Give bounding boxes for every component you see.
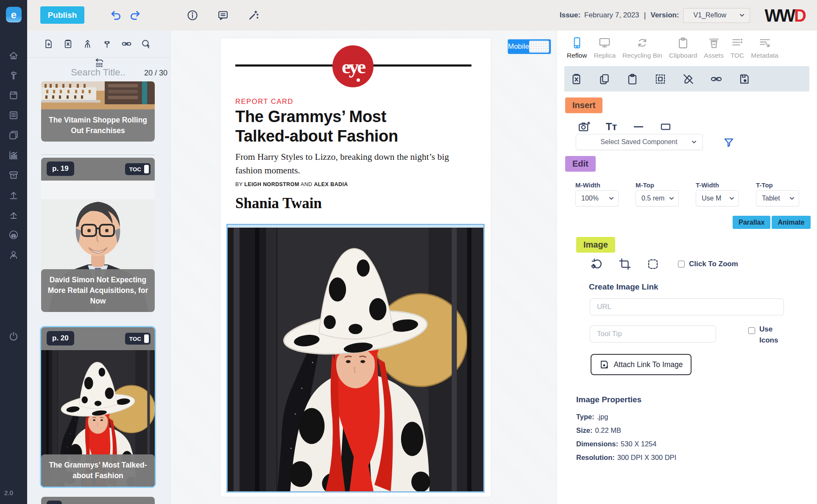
tab-clipboard[interactable]: Clipboard — [669, 36, 697, 59]
tab-toc[interactable]: TOC — [731, 36, 744, 59]
search-input[interactable] — [61, 66, 135, 79]
split-icon[interactable] — [102, 39, 112, 49]
editor-canvas: Mobile eye REPORT CARD The Grammys’ Most… — [170, 31, 556, 504]
link-icon[interactable] — [710, 73, 722, 85]
redo-icon[interactable] — [129, 9, 141, 21]
article-section-heading[interactable]: Shania Twain — [235, 195, 322, 212]
t-top-select[interactable]: Tablet — [756, 190, 799, 206]
page-counter: 20 / 30 — [144, 69, 167, 78]
thumbnail-card-p19[interactable]: p. 19 TOC — [41, 158, 155, 312]
tab-metadata[interactable]: Metadata — [751, 36, 778, 59]
thumbnail-card-partial[interactable] — [41, 497, 155, 504]
list-icon — [731, 36, 744, 49]
article-dek[interactable]: From Harry Styles to Lizzo, breaking dow… — [235, 150, 468, 178]
chevron-down-icon — [739, 12, 745, 19]
animate-button[interactable]: Animate — [772, 216, 810, 229]
save-icon[interactable] — [738, 73, 750, 85]
journal-icon[interactable] — [8, 90, 19, 101]
undo-icon[interactable] — [110, 9, 122, 21]
magic-wand-icon[interactable] — [248, 9, 259, 21]
chevron-down-icon — [608, 195, 615, 202]
home-icon[interactable] — [8, 50, 19, 61]
upload-icon[interactable] — [8, 189, 19, 200]
rotate-icon[interactable] — [591, 258, 603, 270]
news-icon[interactable] — [8, 110, 19, 121]
version-label: Version: — [651, 11, 679, 19]
thumbnail-card-vitamin-shoppe[interactable]: The Vitamin Shoppe Rolling Out Franchise… — [41, 81, 155, 142]
t-top-label: T-Top — [756, 181, 773, 189]
clear-format-icon[interactable] — [682, 73, 694, 85]
chevron-down-icon — [728, 195, 735, 202]
issue-value: February 7, 2023 — [584, 11, 639, 19]
panel-tabs: Reflow Replica Recycling Bin Clipboard A… — [567, 36, 778, 59]
filter-icon[interactable] — [723, 136, 735, 148]
tab-recycling-bin[interactable]: Recycling Bin — [622, 36, 662, 59]
thumb-divider — [41, 154, 155, 155]
tab-replica[interactable]: Replica — [594, 36, 616, 59]
link-pages-icon[interactable] — [121, 39, 132, 49]
property-dimensions: Dimensions:530 X 1254 — [576, 440, 656, 448]
analytics-icon[interactable] — [8, 150, 19, 161]
app-logo[interactable]: e — [6, 7, 22, 22]
attach-link-button[interactable]: Attach Link To Image — [591, 354, 692, 375]
use-icons-checkbox[interactable] — [748, 327, 755, 334]
tools-icon[interactable] — [8, 70, 19, 81]
insert-section-badge: Insert — [565, 97, 602, 113]
page-number-badge — [47, 501, 62, 504]
chevron-down-icon — [668, 195, 675, 202]
add-page-icon[interactable] — [43, 39, 54, 49]
article-title[interactable]: The Grammys’ Most Talked-about Fashion — [235, 107, 443, 146]
wwd-logo: WWD — [765, 5, 805, 26]
tab-reflow[interactable]: Reflow — [567, 36, 587, 59]
byline-author-2: ALEX BADIA — [314, 181, 348, 187]
info-icon[interactable] — [187, 9, 198, 21]
delete-icon[interactable] — [570, 73, 583, 85]
add-text-icon[interactable]: Tᴛ — [604, 120, 619, 133]
toc-toggle[interactable]: TOC — [125, 163, 151, 175]
tooltip-input[interactable] — [590, 326, 716, 342]
app-version: 2.0 — [4, 489, 13, 496]
delete-page-icon[interactable] — [63, 39, 73, 49]
power-icon[interactable] — [8, 331, 19, 342]
version-select[interactable]: V1_Reflow — [683, 8, 750, 23]
publish-up-icon[interactable] — [8, 209, 19, 220]
add-box-icon[interactable] — [658, 120, 673, 133]
archive-icon[interactable] — [8, 170, 19, 181]
merge-icon[interactable] — [82, 39, 93, 49]
lasso-select-icon[interactable] — [647, 258, 659, 270]
url-input[interactable] — [590, 298, 784, 315]
property-type: Type:.jpg — [576, 413, 608, 421]
selection-handle-strip[interactable] — [228, 225, 483, 228]
pages-panel: 20 / 30 The Vitamin Shoppe Rolling Out F… — [27, 31, 170, 504]
inspect-icon[interactable] — [141, 39, 151, 49]
use-icons-label: Use Icons — [759, 324, 785, 346]
thumbnail-title: The Vitamin Shoppe Rolling Out Franchise… — [41, 109, 155, 142]
property-size: Size:0.22 MB — [576, 426, 621, 434]
thumbnail-card-p20-selected[interactable]: p. 20 TOC The Grammys’ Most Talked-about… — [41, 327, 155, 487]
add-image-icon[interactable] — [577, 120, 591, 133]
mobile-toggle-label: Mobile — [508, 42, 529, 51]
vehicle-icon[interactable] — [8, 229, 19, 240]
user-icon[interactable] — [8, 249, 19, 260]
books-icon[interactable] — [8, 130, 19, 141]
saved-component-select[interactable]: Select Saved Component — [576, 134, 703, 150]
click-to-zoom-checkbox[interactable] — [678, 261, 685, 267]
article-byline: BY LEIGH NORDSTROM AND ALEX BADIA — [235, 181, 348, 187]
duplicate-icon[interactable] — [598, 73, 611, 85]
add-divider-icon[interactable] — [631, 120, 646, 133]
t-width-select[interactable]: Use M — [696, 190, 739, 206]
crop-icon[interactable] — [619, 258, 631, 270]
comments-icon[interactable] — [217, 9, 229, 21]
publish-button[interactable]: Publish — [40, 6, 84, 24]
article-page: eye REPORT CARD The Grammys’ Most Talked… — [220, 38, 491, 497]
toc-toggle[interactable]: TOC — [125, 333, 151, 345]
mobile-toggle[interactable]: Mobile — [507, 39, 551, 54]
paste-icon[interactable] — [626, 73, 639, 85]
m-width-select[interactable]: 100% — [575, 190, 619, 206]
m-top-select[interactable]: 0.5 rem — [636, 190, 679, 206]
parallax-button[interactable]: Parallax — [733, 216, 770, 229]
marquee-select-icon[interactable] — [654, 73, 666, 85]
selected-article-image[interactable] — [226, 224, 485, 493]
thumbnail-title: David Simon Not Expecting More Retail Ac… — [41, 269, 155, 312]
tab-assets[interactable]: Assets — [704, 36, 724, 59]
